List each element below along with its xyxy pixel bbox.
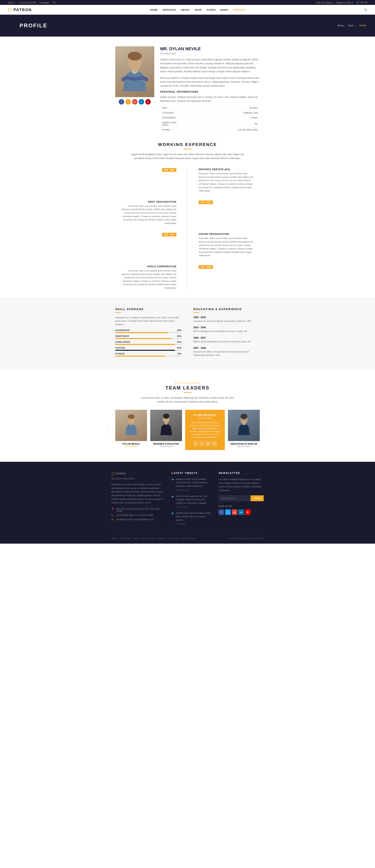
logo: ⬡ PATRON	[8, 7, 32, 12]
find-us-icons: f t g+ in ▶	[219, 509, 264, 515]
svg-rect-5	[130, 423, 133, 425]
team-desc-flynn: Sit ut quisque. Elementum risus quam, eu…	[189, 421, 221, 439]
newsletter-form: SEND	[219, 495, 264, 501]
team-underline	[184, 392, 191, 393]
cart-link[interactable]: 🛒 Cart (0)	[357, 1, 367, 4]
edu-year-2: 2003 - 2006	[193, 326, 260, 329]
pinterest-btn[interactable]: p	[145, 99, 151, 104]
info-row-greencard: GREEN CARD (USA) : Yes	[160, 120, 260, 127]
timeline-badge-2: 2011 - 2013	[199, 200, 213, 204]
nav-item-news[interactable]: NEWS	[220, 8, 228, 11]
footer-link-account[interactable]: My Account	[169, 537, 179, 540]
team-card-flynn-featured: FLYNN CROSSLEY - Security Expert - Sit u…	[185, 410, 225, 450]
footer-yt-icon[interactable]: ▶	[245, 509, 251, 515]
team-name-sebastian: SEBASTIAN FLAKELAR	[228, 443, 260, 445]
svg-point-4	[128, 414, 135, 419]
footer-link-home[interactable]: Home	[111, 537, 117, 540]
profile-bio1: Dapibus ullamcorper eu. Taciti quoque su…	[160, 58, 260, 74]
footer-link-faq[interactable]: FAQ	[133, 537, 137, 540]
working-exp-heading: WORKING EXPERENCE	[115, 142, 260, 147]
info-value-age: 34 Years	[184, 105, 260, 111]
flynn-tw[interactable]: t	[199, 441, 205, 446]
top-bar: Call Us: (+1) 626-376-0132 Language: EN …	[0, 0, 375, 5]
nav-item-services[interactable]: SERVICES	[162, 8, 176, 11]
personal-intro: Nullam semper, volutpat commodo nunc in …	[160, 95, 260, 103]
footer-address-text: 4296 Aire Junction Avenue N, OK S, ARC, …	[116, 508, 164, 513]
tweet-time-2: 17 Hours ago	[176, 505, 211, 509]
help-support-link[interactable]: Help and Support	[316, 1, 333, 4]
timeline-title-2: SWAT ORGANIZATION	[119, 200, 176, 203]
nav-item-about[interactable]: ABOUT	[181, 8, 190, 11]
info-value-phone: (+1) 456 3564 21341	[184, 127, 260, 132]
newsletter-send-button[interactable]: SEND	[251, 495, 264, 501]
facebook-btn[interactable]: f	[119, 99, 124, 104]
info-row-age: AGE : 34 Years	[160, 105, 260, 111]
skill-label-leadership: LEADERSHIP	[115, 329, 130, 332]
carousel-prev-arrow[interactable]: ‹	[107, 427, 113, 433]
flynn-in[interactable]: in	[212, 441, 217, 446]
team-intro: Lorem ipsum dolor sit amet, consectetur …	[139, 396, 236, 404]
skill-pct-smartness: 85%	[177, 335, 182, 337]
flynn-gp[interactable]: g+	[206, 441, 211, 446]
googleplus-btn[interactable]: g+	[132, 99, 137, 104]
edu-desc-2: BBA In Management From British Universit…	[193, 330, 260, 333]
skill-pct-fighter: 90%	[177, 347, 182, 349]
profile-social-bar: f t g+ in p	[119, 99, 151, 104]
footer-link-payment[interactable]: Payment	[158, 537, 166, 540]
page-hero: PROFILE Home › Team › Profile	[0, 14, 375, 36]
team-name-flynn: FLYNN CROSSLEY	[189, 414, 221, 416]
tweet-icon-3: 🐦	[171, 512, 174, 526]
footer-gp-icon[interactable]: g+	[232, 509, 237, 515]
svg-point-10	[241, 414, 247, 419]
footer-fb-icon[interactable]: f	[219, 509, 224, 515]
timeline-desc-4: Commodo. Diam urna conubia, quam facilis…	[119, 269, 176, 290]
footer-tw-icon[interactable]: t	[225, 509, 231, 515]
team-section: Our Excellence TEAM LEADERS Lorem ipsum …	[111, 370, 264, 462]
tweet-time-1: 12 Minutes ago	[176, 489, 211, 492]
breadcrumb-team[interactable]: Team	[348, 24, 354, 27]
timeline-title-3: OXFAM ORGANIZATION	[199, 233, 256, 236]
info-label-location: LOCATION :	[160, 110, 184, 115]
cart-label: Cart (0)	[360, 1, 367, 3]
skill-fill-leadership	[115, 332, 168, 333]
nav-item-contact[interactable]: CONTACT	[233, 8, 246, 11]
skill-pct-fitness: 75%	[177, 353, 182, 355]
info-row-location: LOCATION : California, USA	[160, 110, 260, 115]
breadcrumb-home[interactable]: Home	[337, 24, 344, 27]
footer-link-truphy[interactable]: Truphy and Safty	[140, 537, 155, 540]
team-social-flynn: f t g+ in	[189, 441, 221, 446]
team-card-dylan: DYLAN NEVILE - Security Expert -	[115, 410, 147, 450]
footer-email: ✉ info@patron.com, support@patron.com	[111, 518, 164, 521]
timeline-content-4-left: APOLO CORPERATION Commodo. Diam urna con…	[115, 265, 180, 290]
profile-name: MR. DYLAN NEVILE	[160, 46, 260, 52]
nav-item-home[interactable]: HOME	[150, 8, 158, 11]
personal-info-heading: PERSONAL INFORMATIONS	[160, 90, 260, 93]
skill-label-fitness: FITNESS	[115, 353, 125, 355]
newsletter-email-input[interactable]	[219, 495, 251, 501]
footer-in-icon[interactable]: in	[239, 509, 244, 515]
newsletter-desc: Leo ultrices habitant fringilla turpis e…	[219, 477, 264, 492]
team-title-area: Our Excellence TEAM LEADERS Lorem ipsum …	[115, 382, 260, 404]
search-icon[interactable]: 🔍	[364, 8, 367, 11]
footer-copyright: © 2017 All Rights Reserved by Unicoder	[229, 537, 264, 540]
skill-title: SKILL AVERAGE	[115, 307, 182, 311]
footer-email-text: info@patron.com, support@patron.com	[116, 518, 154, 521]
nav-links: HOME SERVICES ABOUT SHOP PAGES NEWS CONT…	[150, 8, 246, 11]
footer-link-help[interactable]: Help & Support	[182, 537, 195, 540]
nav-item-shop[interactable]: SHOP	[194, 8, 202, 11]
nav-item-pages[interactable]: PAGES	[207, 8, 216, 11]
profile-section: f t g+ in p MR. DYLAN NEVILE Security Ex…	[111, 46, 264, 132]
team-name-dylan: DYLAN NEVILE	[115, 443, 147, 445]
flynn-fb[interactable]: f	[193, 441, 198, 446]
carousel-next-arrow[interactable]: ›	[262, 427, 268, 433]
profile-info: MR. DYLAN NEVILE Security Expert Dapibus…	[160, 46, 260, 132]
twitter-btn[interactable]: t	[125, 99, 131, 104]
footer-link-how[interactable]: How it Work	[120, 537, 130, 540]
working-exp-title: WORKING EXPERENCE Augue tincidunt dapibu…	[115, 142, 260, 160]
linkedin-btn[interactable]: in	[139, 99, 144, 104]
register-link[interactable]: Register or Sign in	[336, 1, 353, 4]
logo-text: PATRON	[13, 8, 32, 12]
team-cards-wrapper: ‹ DYLAN NEVILE - Security Expert -	[115, 410, 260, 450]
tweets-title: LATEST TWEETS	[171, 471, 211, 474]
top-bar-left: Call Us: (+1) 626-376-0132 Language: EN	[8, 1, 56, 4]
